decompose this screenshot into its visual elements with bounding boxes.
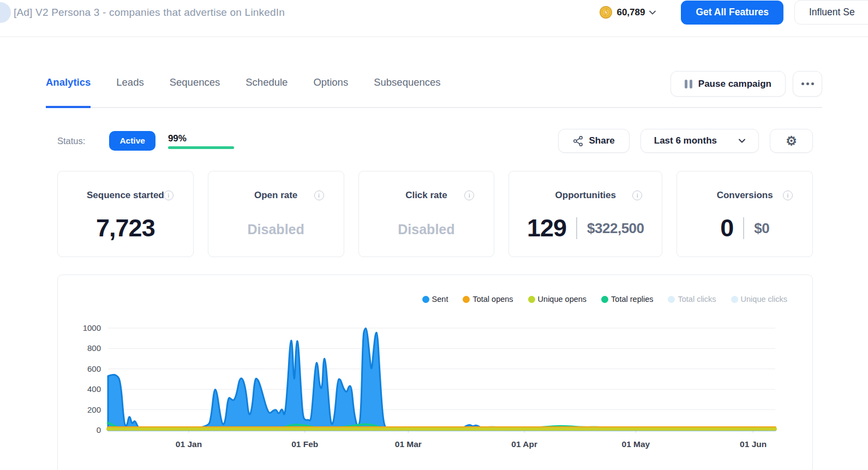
stat-card-opportunities: Opportunities 129 $322,500 [508,171,662,257]
info-icon[interactable] [464,191,474,200]
legend-item-sent[interactable]: Sent [422,295,448,304]
stat-label: Conversions [717,190,773,201]
progress-percent: 99% [168,133,235,144]
share-icon [573,136,583,146]
stat-value: 129 [527,214,566,242]
campaign-progress: 99% [168,133,235,149]
svg-text:01 Mar: 01 Mar [395,439,422,449]
legend-dot [731,296,738,303]
stat-label: Click rate [405,190,447,201]
campaign-title: [Ad] V2 Persona 3 - companies that adver… [14,7,285,19]
status-badge[interactable]: Active [109,131,155,151]
stat-card-sequence-started: Sequence started 7,723 [57,171,194,257]
value-divider [743,217,744,239]
chart-legend: Sent Total opens Unique opens Total repl… [58,295,812,304]
value-divider [576,217,577,239]
top-header: [Ad] V2 Persona 3 - companies that adver… [0,0,868,37]
stat-value: 7,723 [96,214,155,242]
chevron-down-icon [649,10,656,15]
stat-label: Sequence started [87,190,164,201]
status-label: Status: [57,136,85,146]
share-label: Share [589,135,615,146]
svg-text:1000: 1000 [83,323,101,332]
svg-text:800: 800 [87,343,101,353]
stat-value: Disabled [248,222,304,237]
svg-text:600: 600 [87,364,101,373]
campaign-avatar [0,2,11,23]
stat-card-conversions: Conversions 0 $0 [677,171,813,257]
svg-text:01 Feb: 01 Feb [291,439,318,449]
pause-campaign-button[interactable]: Pause campaign [671,71,786,97]
pause-campaign-label: Pause campaign [698,79,771,90]
legend-item-unique-clicks[interactable]: Unique clicks [731,295,787,304]
legend-label: Unique clicks [741,295,787,304]
date-range-dropdown[interactable]: Last 6 months [640,129,759,153]
pause-icon [685,80,692,88]
stat-card-click-rate: Click rate Disabled [358,171,495,257]
svg-text:01 Jan: 01 Jan [176,439,202,449]
share-button[interactable]: Share [558,129,630,153]
date-range-value: Last 6 months [654,135,717,146]
tabs-row: Analytics Leads Sequences Schedule Optio… [46,71,822,108]
legend-dot [601,296,608,303]
stat-cards-row: Sequence started 7,723 Open rate Disable… [57,171,813,257]
credits-value: 60,789 [616,7,645,18]
tab-subsequences[interactable]: Subsequences [374,76,440,108]
legend-dot [463,296,470,303]
stat-label: Open rate [254,190,297,201]
legend-dot [528,296,535,303]
progress-bar [168,146,235,149]
legend-label: Total opens [472,295,513,304]
stat-card-open-rate: Open rate Disabled [208,171,344,257]
legend-label: Total replies [611,295,653,304]
info-icon[interactable] [314,191,324,200]
stat-label: Opportunities [555,190,616,201]
svg-text:01 Jun: 01 Jun [740,439,767,449]
svg-text:01 May: 01 May [622,439,650,449]
tab-sequences[interactable]: Sequences [170,76,220,108]
legend-item-total-opens[interactable]: Total opens [463,295,513,304]
chart-settings-button[interactable]: ⚙ [770,129,813,153]
progress-bar-fill [168,146,234,149]
gear-icon: ⚙ [786,135,797,147]
stat-secondary-value: $322,500 [587,220,644,237]
legend-label: Unique opens [538,295,587,304]
tab-schedule[interactable]: Schedule [246,76,288,108]
tab-analytics[interactable]: Analytics [46,76,91,108]
chevron-down-icon [739,139,745,143]
legend-label: Total clicks [678,295,716,304]
legend-item-total-clicks[interactable]: Total clicks [668,295,716,304]
tab-leads[interactable]: Leads [116,76,143,108]
coin-icon [600,6,612,19]
credits-menu[interactable]: 60,789 [600,6,656,19]
info-icon[interactable] [783,191,793,200]
legend-item-unique-opens[interactable]: Unique opens [528,295,587,304]
get-all-features-button[interactable]: Get All Features [681,1,783,25]
svg-text:200: 200 [87,405,101,414]
info-icon[interactable] [632,191,642,200]
analytics-chart[interactable]: 0200400600800100001 Jan01 Feb01 Mar01 Ap… [58,314,812,460]
legend-item-total-replies[interactable]: Total replies [601,295,653,304]
status-row: Status: Active 99% Share Last 6 months [57,129,813,153]
legend-label: Sent [432,295,448,304]
stat-value: 0 [720,214,733,242]
workspace-label: Influent Se [809,7,855,18]
ellipsis-icon [801,82,814,85]
legend-dot [668,296,675,303]
tab-bar: Analytics Leads Sequences Schedule Optio… [46,71,441,107]
stat-value: Disabled [398,222,454,237]
more-options-button[interactable] [793,71,822,97]
tab-options[interactable]: Options [313,76,348,108]
stat-secondary-value: $0 [754,220,769,237]
svg-text:01 Apr: 01 Apr [511,439,537,449]
legend-dot [422,296,429,303]
info-icon[interactable] [164,191,173,200]
svg-text:0: 0 [97,425,101,435]
svg-text:400: 400 [87,384,101,394]
analytics-chart-card: Sent Total opens Unique opens Total repl… [57,275,813,470]
workspace-selector[interactable]: Influent Se [794,0,868,25]
